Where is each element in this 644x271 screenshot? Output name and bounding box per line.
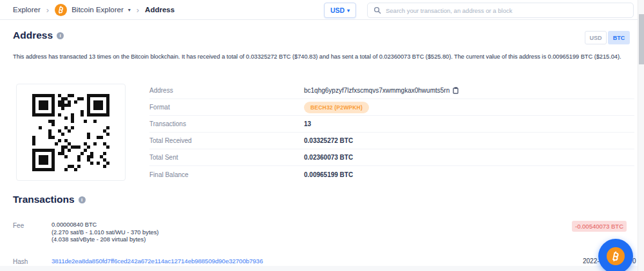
qr-code-box bbox=[16, 84, 126, 181]
page: Explorer › Bitcoin Explorer ▾ › Address … bbox=[0, 0, 644, 271]
info-icon: i bbox=[57, 32, 64, 39]
qr-code bbox=[32, 94, 109, 171]
address-details-table: Address bc1qhg6ypzyf7lzfxscmqvs7xwmmgkax… bbox=[149, 82, 634, 183]
bitcoin-icon bbox=[607, 247, 625, 265]
toggle-btc[interactable]: BTC bbox=[608, 31, 630, 44]
row-label: Total Sent bbox=[149, 154, 304, 161]
total-sent-value: 0.02360073 BTC bbox=[304, 154, 353, 161]
row-label: Format bbox=[149, 104, 304, 111]
currency-selector-button[interactable]: USD ▾ bbox=[324, 3, 356, 18]
breadcrumb-bitcoin-explorer[interactable]: Bitcoin Explorer bbox=[71, 6, 124, 14]
chevron-right-icon: › bbox=[137, 6, 139, 14]
transaction-hash-link[interactable]: 3811de2ea8da850fd7ff6ced242a672e114ac127… bbox=[52, 257, 263, 265]
table-row: Address bc1qhg6ypzyf7lzfxscmqvs7xwmmgkax… bbox=[149, 82, 634, 99]
table-row: Total Sent 0.02360073 BTC bbox=[149, 149, 634, 166]
breadcrumb-explorer[interactable]: Explorer bbox=[13, 6, 41, 14]
fee-label: Fee bbox=[13, 222, 24, 229]
chevron-down-icon: ▾ bbox=[347, 8, 350, 14]
transactions-title: Transactions bbox=[13, 194, 75, 205]
chevron-down-icon: ▾ bbox=[128, 7, 131, 13]
row-label: Address bbox=[149, 87, 304, 94]
copy-icon[interactable] bbox=[453, 87, 459, 94]
scrollbar bbox=[638, 0, 644, 271]
table-row: Total Received 0.03325272 BTC bbox=[149, 133, 634, 149]
row-label: Transactions bbox=[149, 120, 304, 127]
top-navbar: Explorer › Bitcoin Explorer ▾ › Address … bbox=[0, 0, 644, 20]
next-row-divider bbox=[0, 266, 638, 271]
currency-unit-toggle: USD BTC bbox=[585, 31, 630, 44]
page-title: Address bbox=[13, 30, 53, 41]
info-icon: i bbox=[79, 196, 86, 203]
fee-vbyte-line: (4.038 sat/vByte - 208 virtual bytes) bbox=[52, 236, 158, 244]
row-label: Final Balance bbox=[149, 171, 304, 178]
breadcrumb: Explorer › Bitcoin Explorer ▾ › Address bbox=[13, 0, 175, 19]
row-label: Total Received bbox=[149, 137, 304, 144]
hash-label: Hash bbox=[13, 258, 28, 265]
address-section-title: Address i bbox=[13, 30, 64, 41]
toggle-usd[interactable]: USD bbox=[585, 31, 607, 44]
search-icon bbox=[374, 6, 381, 14]
fee-value: 0.00000840 BTC bbox=[52, 221, 158, 229]
final-balance-value: 0.00965199 BTC bbox=[304, 171, 353, 178]
scrollbar-thumb[interactable] bbox=[639, 14, 644, 64]
search-input[interactable] bbox=[386, 7, 627, 14]
total-received-value: 0.03325272 BTC bbox=[304, 137, 353, 144]
format-badge: BECH32 (P2WPKH) bbox=[304, 102, 369, 113]
negative-amount-badge: -0.00540073 BTC bbox=[572, 221, 627, 232]
breadcrumb-address: Address bbox=[145, 6, 175, 14]
bitcoin-floating-button[interactable] bbox=[598, 239, 633, 271]
address-text: bc1qhg6ypzyf7lzfxscmqvs7xwmmgkax0hwumts5… bbox=[304, 87, 450, 94]
fee-details: 0.00000840 BTC (2.270 sat/B - 1.010 sat/… bbox=[52, 221, 158, 244]
address-summary: This address has transacted 13 times on … bbox=[13, 53, 632, 60]
fee-rate-line: (2.270 sat/B - 1.010 sat/WU - 370 bytes) bbox=[52, 229, 158, 237]
search-bar bbox=[367, 3, 634, 18]
transaction-date-fragment: 0 bbox=[632, 257, 636, 265]
table-row: Format BECH32 (P2WPKH) bbox=[149, 99, 634, 116]
table-row: Transactions 13 bbox=[149, 116, 634, 133]
table-row: Final Balance 0.00965199 BTC bbox=[149, 166, 634, 183]
chevron-right-icon: › bbox=[46, 6, 49, 14]
transactions-section-title: Transactions i bbox=[13, 194, 86, 205]
address-value: bc1qhg6ypzyf7lzfxscmqvs7xwmmgkax0hwumts5… bbox=[304, 87, 459, 94]
currency-label: USD bbox=[330, 6, 345, 14]
bitcoin-icon bbox=[55, 4, 67, 16]
transactions-count: 13 bbox=[304, 120, 311, 127]
